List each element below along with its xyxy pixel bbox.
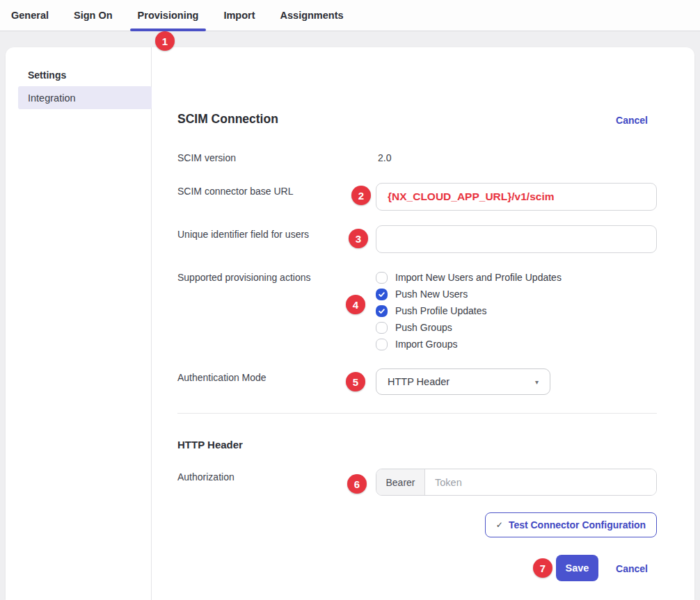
tab-bar: GeneralSign OnProvisioningImportAssignme… (0, 0, 700, 31)
annotation-badge-5: 5 (346, 372, 365, 391)
chevron-down-icon: ▾ (535, 378, 539, 386)
provisioning-action-option[interactable]: Import New Users and Profile Updates (376, 269, 562, 286)
annotation-badge-3: 3 (349, 229, 368, 248)
auth-mode-selected-value: HTTP Header (388, 376, 450, 387)
unique-id-input[interactable] (376, 225, 657, 253)
tab-sign-on[interactable]: Sign On (66, 0, 120, 31)
http-header-section-title: HTTP Header (177, 439, 243, 451)
test-connector-button-label: Test Connector Configuration (509, 519, 646, 530)
sidebar-header: Settings (28, 70, 66, 81)
tab-general[interactable]: General (3, 0, 56, 31)
token-input[interactable] (425, 469, 656, 495)
tab-import[interactable]: Import (216, 0, 262, 31)
sidebar-item-integration[interactable]: Integration (18, 86, 152, 109)
auth-mode-label: Authentication Mode (177, 372, 267, 383)
auth-mode-select[interactable]: HTTP Header ▾ (376, 368, 550, 395)
annotation-badge-4: 4 (346, 295, 365, 314)
checkbox-checked-icon[interactable] (376, 305, 388, 317)
base-url-label: SCIM connector base URL (177, 186, 294, 197)
scim-version-label: SCIM version (177, 152, 236, 163)
test-connector-button[interactable]: ✓ Test Connector Configuration (485, 512, 657, 537)
checkbox-label: Push Groups (395, 322, 452, 333)
tab-assignments[interactable]: Assignments (273, 0, 351, 31)
authorization-input-group: Bearer (376, 469, 657, 496)
checkbox-unchecked-icon[interactable] (376, 339, 388, 350)
section-divider (177, 413, 657, 414)
provisioning-actions-label: Supported provisioning actions (177, 272, 310, 283)
annotation-badge-6: 6 (347, 474, 367, 494)
provisioning-action-option[interactable]: Push Groups (376, 319, 562, 336)
checkbox-unchecked-icon[interactable] (376, 322, 388, 334)
checkbox-unchecked-icon[interactable] (376, 272, 388, 284)
checkbox-label: Push Profile Updates (395, 305, 487, 316)
bearer-prefix: Bearer (376, 469, 425, 495)
provisioning-action-option[interactable]: Push New Users (376, 286, 562, 302)
checkbox-label: Import New Users and Profile Updates (395, 272, 562, 283)
save-button[interactable]: Save (556, 555, 598, 581)
unique-id-label: Unique identifier field for users (177, 229, 309, 240)
authorization-label: Authorization (177, 471, 234, 483)
scim-version-value: 2.0 (378, 152, 391, 163)
base-url-input[interactable] (376, 183, 657, 211)
provisioning-action-option[interactable]: Import Groups (376, 336, 562, 352)
cancel-link-top[interactable]: Cancel (616, 115, 648, 126)
check-icon: ✓ (496, 520, 503, 530)
annotation-badge-7: 7 (533, 558, 552, 578)
checkbox-label: Push New Users (395, 289, 468, 300)
provisioning-action-option[interactable]: Push Profile Updates (376, 302, 562, 319)
checkbox-label: Import Groups (395, 339, 457, 350)
cancel-link-bottom[interactable]: Cancel (616, 563, 648, 574)
annotation-badge-1: 1 (155, 31, 175, 51)
provisioning-card: Settings Integration SCIM Connection Can… (6, 47, 694, 600)
checkbox-checked-icon[interactable] (376, 289, 388, 300)
provisioning-actions-list: Import New Users and Profile UpdatesPush… (376, 269, 562, 352)
page-title: SCIM Connection (177, 112, 278, 127)
settings-sidebar: Settings Integration (6, 47, 152, 600)
annotation-badge-2: 2 (351, 186, 371, 205)
tab-provisioning[interactable]: Provisioning (130, 0, 207, 31)
